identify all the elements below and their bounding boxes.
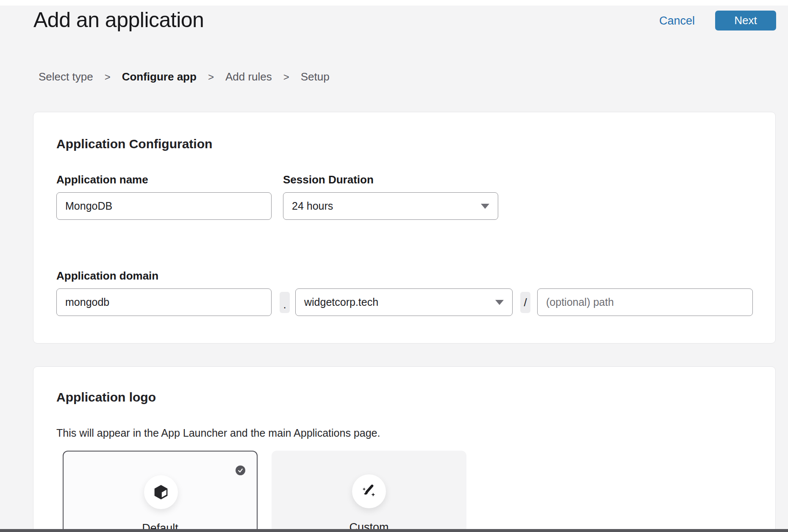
breadcrumb-separator: > (208, 71, 214, 83)
custom-logo-circle (352, 474, 386, 508)
chevron-down-icon (495, 300, 504, 305)
logo-description: This will appear in the App Launcher and… (56, 427, 380, 439)
step-add-rules[interactable]: Add rules (225, 70, 272, 83)
cancel-button[interactable]: Cancel (656, 13, 698, 28)
config-card-heading: Application Configuration (56, 137, 212, 151)
domain-select[interactable]: widgetcorp.tech (295, 288, 513, 316)
next-button[interactable]: Next (715, 11, 776, 30)
default-logo-circle (144, 475, 178, 509)
cube-icon (153, 484, 169, 501)
path-input[interactable] (537, 288, 753, 316)
application-configuration-card: Application Configuration Application na… (33, 112, 776, 344)
add-application-page: Add an application Cancel Next Select ty… (0, 0, 788, 532)
bottom-bar (0, 529, 788, 532)
application-name-input[interactable] (56, 192, 272, 220)
paintbrush-icon (360, 482, 378, 500)
logo-option-default[interactable]: Default (63, 451, 258, 532)
wizard-breadcrumb: Select type > Configure app > Add rules … (39, 70, 330, 83)
session-duration-label: Session Duration (283, 173, 374, 186)
application-name-label: Application name (56, 173, 148, 186)
application-domain-label: Application domain (56, 269, 158, 283)
chevron-down-icon (481, 204, 489, 209)
step-setup[interactable]: Setup (301, 70, 330, 83)
application-logo-card: Application logo This will appear in the… (33, 366, 776, 532)
step-select-type[interactable]: Select type (39, 70, 93, 83)
logo-option-custom[interactable]: Custom (272, 451, 466, 532)
selected-check-badge (236, 466, 245, 475)
check-icon (238, 468, 243, 473)
domain-select-value: widgetcorp.tech (304, 296, 490, 308)
subdomain-input[interactable] (56, 288, 272, 316)
breadcrumb-separator: > (105, 71, 111, 83)
slash-separator: / (520, 292, 530, 313)
dot-separator: . (280, 292, 290, 313)
top-strip (0, 0, 788, 6)
logo-card-heading: Application logo (56, 390, 156, 405)
session-duration-select[interactable]: 24 hours (283, 192, 498, 220)
breadcrumb-separator: > (283, 71, 289, 83)
step-configure-app[interactable]: Configure app (122, 70, 197, 83)
page-title: Add an application (33, 8, 204, 32)
session-duration-value: 24 hours (292, 200, 476, 212)
